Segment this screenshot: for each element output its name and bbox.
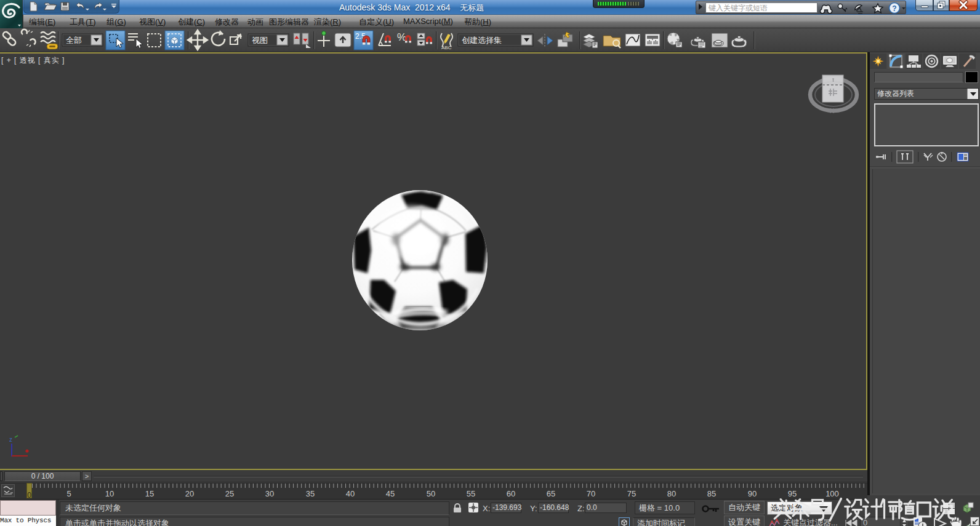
svg-text:75: 75	[627, 489, 636, 498]
svg-text:创建选择集: 创建选择集	[462, 36, 502, 45]
svg-text:35: 35	[306, 489, 315, 498]
svg-text:25: 25	[225, 489, 234, 498]
svg-text:ABC: ABC	[441, 45, 452, 50]
svg-text:85: 85	[707, 489, 716, 498]
svg-text:全部: 全部	[66, 36, 82, 45]
svg-text:90: 90	[748, 489, 757, 498]
svg-text:?: ?	[892, 4, 896, 13]
svg-text:15: 15	[145, 489, 154, 498]
svg-text:45: 45	[386, 489, 395, 498]
svg-text:20: 20	[185, 489, 194, 498]
svg-text:80: 80	[667, 489, 676, 498]
svg-text:%: %	[397, 31, 406, 43]
svg-text:40: 40	[346, 489, 355, 498]
svg-text:65: 65	[547, 489, 555, 498]
svg-text:55: 55	[467, 489, 475, 498]
svg-text:5: 5	[66, 489, 71, 498]
svg-text:50: 50	[427, 489, 435, 498]
svg-text:60: 60	[507, 489, 515, 498]
svg-text:z: z	[9, 436, 12, 443]
svg-text:10: 10	[105, 489, 114, 498]
svg-text:视图: 视图	[252, 36, 268, 45]
svg-text:30: 30	[265, 489, 274, 498]
svg-text:70: 70	[587, 489, 595, 498]
